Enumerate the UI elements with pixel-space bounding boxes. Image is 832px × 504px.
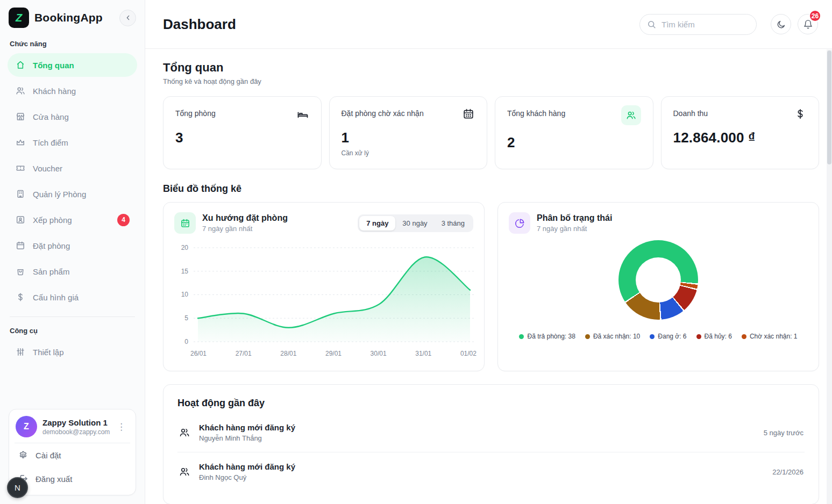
notification-count-badge: 26	[809, 10, 821, 22]
legend-item: Chờ xác nhận: 1	[742, 333, 798, 340]
ticket-icon	[15, 163, 26, 174]
pie-chart-icon	[509, 212, 530, 234]
donut-chart: Đã trả phòng: 38Đã xác nhận: 10Đang ở: 6…	[509, 240, 808, 340]
tab-3-months[interactable]: 3 tháng	[435, 216, 472, 231]
floating-n-badge[interactable]: N	[7, 477, 28, 498]
status-distribution-card: Phân bố trạng thái 7 ngày gần nhất Đã tr…	[497, 202, 819, 371]
x-tick: 28/01	[279, 350, 298, 357]
legend-label: Đã trả phòng: 38	[527, 333, 575, 340]
user-menu-kebab-icon[interactable]: ⋮	[113, 420, 129, 434]
building-icon	[15, 189, 26, 199]
xep-phong-count-badge: 4	[117, 214, 130, 226]
user-email: demobook@zappy.com	[42, 428, 108, 436]
stat-card-total-customers: Tổng khách hàng 2	[495, 96, 653, 169]
stat-value: 3	[175, 129, 309, 146]
activity-row[interactable]: Khách hàng mới đăng ký Đinh Ngọc Quý 22/…	[177, 452, 805, 491]
sidebar-divider	[10, 316, 135, 317]
activity-item-title: Khách hàng mới đăng ký	[199, 423, 755, 432]
sidebar-nav: Tổng quan Khách hàng Cửa hàng Tích điểm …	[0, 53, 145, 311]
moon-icon	[776, 19, 786, 30]
logout-menu-item[interactable]: Đăng xuất	[16, 467, 129, 491]
legend-item: Đã trả phòng: 38	[519, 333, 575, 340]
sidebar: Z BookingApp Chức năng Tổng quan Khách h…	[0, 0, 145, 504]
page-title: Dashboard	[163, 16, 639, 33]
topbar: Dashboard 26	[145, 0, 832, 49]
stat-label: Đặt phòng chờ xác nhận	[342, 107, 424, 118]
legend-item: Đã xác nhận: 10	[585, 333, 640, 340]
theme-toggle-button[interactable]	[771, 14, 791, 34]
sidebar-item-xep-phong[interactable]: Xếp phòng 4	[8, 208, 137, 232]
x-tick: 26/01	[189, 350, 208, 357]
sidebar-section-label-tools: Công cụ	[0, 322, 145, 340]
sidebar-item-voucher[interactable]: Voucher	[8, 156, 137, 180]
scrollbar-thumb[interactable]	[827, 51, 831, 164]
user-row[interactable]: Z Zappy Solution 1 demobook@zappy.com ⋮	[16, 416, 129, 443]
activity-row[interactable]: Khách hàng mới đăng ký Nguyễn Minh Thắng…	[177, 413, 805, 452]
sliders-icon	[15, 347, 26, 357]
activity-title: Hoạt động gần đây	[177, 398, 805, 409]
activity-item-time: 5 ngày trước	[764, 429, 803, 437]
sidebar-item-quan-ly-phong[interactable]: Quản lý Phòng	[8, 182, 137, 206]
sidebar-section-label: Chức năng	[0, 35, 145, 53]
content: Tổng quan Thống kê và hoạt động gần đây …	[145, 49, 832, 504]
legend-dot	[696, 334, 701, 339]
users-icon	[621, 105, 641, 125]
search-icon	[646, 19, 657, 30]
legend-dot	[742, 334, 746, 339]
sidebar-item-dat-phong[interactable]: Đặt phòng	[8, 234, 137, 257]
chevron-left-icon	[124, 13, 132, 22]
sidebar-item-tich-diem[interactable]: Tích điểm	[8, 131, 137, 154]
sidebar-collapse-button[interactable]	[119, 10, 136, 26]
sidebar-item-cau-hinh-gia[interactable]: Cấu hình giá	[8, 285, 137, 309]
sidebar-item-khach-hang[interactable]: Khách hàng	[8, 79, 137, 103]
y-tick: 20	[174, 244, 188, 251]
legend-label: Đang ở: 6	[658, 333, 686, 340]
avatar: Z	[16, 416, 37, 437]
trend-line-svg	[194, 242, 474, 347]
sidebar-item-thiet-lap[interactable]: Thiết lập	[8, 340, 137, 364]
store-icon	[15, 111, 26, 122]
notifications-button[interactable]: 26	[798, 14, 818, 34]
main-area: Dashboard 26 Tổng quan Thống kê và hoạt …	[145, 0, 832, 504]
person-card-icon	[15, 214, 26, 225]
legend-dot	[585, 334, 590, 339]
search-input[interactable]	[639, 14, 757, 35]
crown-icon	[15, 137, 26, 148]
users-icon	[179, 427, 190, 438]
sidebar-item-cua-hang[interactable]: Cửa hàng	[8, 105, 137, 128]
users-icon	[179, 466, 190, 478]
chart-title: Phân bố trạng thái	[537, 213, 808, 223]
sidebar-tools-nav: Thiết lập	[0, 340, 145, 366]
settings-label: Cài đặt	[35, 451, 61, 460]
home-icon	[15, 60, 26, 70]
x-tick: 29/01	[324, 350, 343, 357]
line-chart: 20 15 10 5 0	[174, 242, 473, 365]
sidebar-item-tong-quan[interactable]: Tổng quan	[8, 53, 137, 77]
user-card: Z Zappy Solution 1 demobook@zappy.com ⋮ …	[9, 409, 136, 495]
legend-item: Đang ở: 6	[650, 333, 686, 340]
gear-icon	[18, 450, 29, 460]
app-logo-letter: Z	[16, 12, 22, 24]
stat-note: Cần xử lý	[342, 149, 475, 157]
stat-value: 1	[342, 129, 475, 146]
overview-title: Tổng quan	[163, 61, 819, 75]
settings-menu-item[interactable]: Cài đặt	[16, 443, 129, 467]
legend-dot	[650, 334, 655, 339]
legend-label: Đã xác nhận: 10	[593, 333, 640, 340]
logout-label: Đăng xuất	[35, 474, 72, 484]
legend-dot	[519, 334, 524, 339]
legend-item: Đã hủy: 6	[696, 333, 732, 340]
donut-legend: Đã trả phòng: 38Đã xác nhận: 10Đang ở: 6…	[519, 333, 797, 340]
stat-label: Tổng khách hàng	[507, 107, 565, 118]
scrollbar[interactable]	[827, 49, 832, 504]
tab-30-days[interactable]: 30 ngày	[395, 216, 434, 231]
tab-7-days[interactable]: 7 ngày	[359, 216, 395, 231]
charts-row: Xu hướng đặt phòng 7 ngày gần nhất 7 ngà…	[163, 202, 819, 371]
y-tick: 0	[174, 338, 188, 345]
range-tabs: 7 ngày 30 ngày 3 tháng	[358, 214, 473, 232]
sidebar-item-san-pham[interactable]: Sản phẩm	[8, 260, 137, 283]
x-axis-labels: 26/01 27/01 28/01 29/01 30/01 31/01 01/0…	[189, 350, 478, 357]
x-tick: 31/01	[414, 350, 433, 357]
brand: Z BookingApp	[0, 8, 145, 35]
chart-subtitle: 7 ngày gần nhất	[537, 225, 808, 233]
